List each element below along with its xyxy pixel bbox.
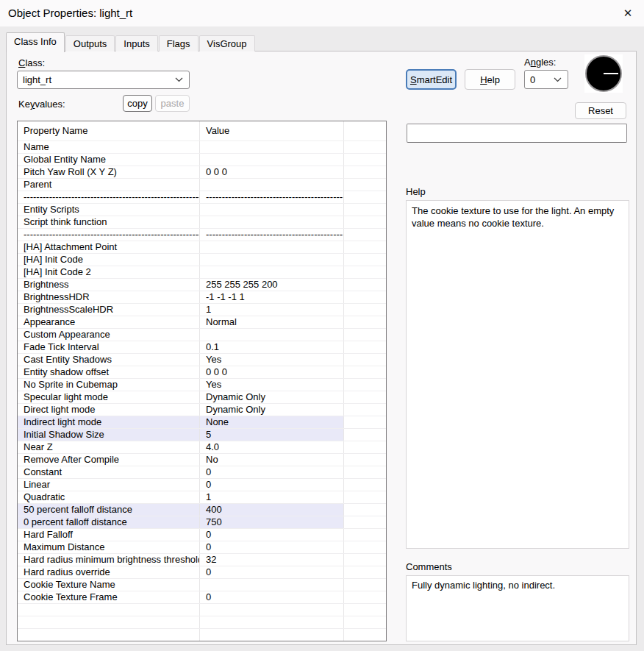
tab-outputs[interactable]: Outputs bbox=[65, 35, 115, 51]
table-row[interactable] bbox=[18, 629, 386, 641]
property-value-cell bbox=[200, 216, 344, 228]
table-row[interactable]: Quadratic1 bbox=[18, 491, 386, 504]
table-row[interactable]: Global Entity Name bbox=[18, 154, 386, 166]
table-row[interactable]: [HA] Init Code 2 bbox=[18, 266, 386, 279]
help-panel-text: The cookie texture to use for the light.… bbox=[406, 200, 629, 549]
smartedit-button[interactable]: SmartEdit bbox=[406, 69, 457, 90]
table-row[interactable]: Script think function bbox=[18, 216, 386, 229]
table-row[interactable]: Hard Falloff0 bbox=[18, 529, 386, 541]
table-row[interactable]: [HA] Init Code bbox=[18, 254, 386, 266]
property-value-cell: -1 -1 -1 1 bbox=[200, 291, 344, 303]
property-name-cell: Script think function bbox=[18, 216, 200, 228]
table-row[interactable]: 50 percent falloff distance400 bbox=[18, 504, 386, 516]
property-value-cell: 1 bbox=[200, 491, 344, 503]
property-value-cell: 32 bbox=[200, 554, 344, 566]
table-row[interactable]: Custom Appearance bbox=[18, 329, 386, 341]
help-button[interactable]: Help bbox=[465, 69, 515, 90]
table-row[interactable]: Direct light modeDynamic Only bbox=[18, 404, 386, 416]
spacer-cell bbox=[344, 404, 386, 416]
property-value-cell: 0 bbox=[200, 529, 344, 541]
table-row[interactable]: Cast Entity ShadowsYes bbox=[18, 354, 386, 366]
table-row[interactable]: Entity shadow offset0 0 0 bbox=[18, 366, 386, 379]
table-row[interactable]: Parent bbox=[18, 179, 386, 191]
table-row[interactable]: Linear0 bbox=[18, 479, 386, 491]
spacer-cell bbox=[344, 291, 386, 303]
copy-button[interactable]: copy bbox=[123, 95, 152, 112]
property-value-cell bbox=[200, 204, 344, 216]
angle-dial-needle bbox=[604, 73, 618, 74]
property-value-cell: 0 0 0 bbox=[200, 366, 344, 378]
table-row[interactable]: Entity Scripts bbox=[18, 204, 386, 216]
tab-inputs[interactable]: Inputs bbox=[115, 35, 157, 51]
class-label: Class: bbox=[18, 57, 45, 68]
property-name-cell: [HA] Init Code 2 bbox=[18, 266, 200, 278]
table-row[interactable]: Maximum Distance0 bbox=[18, 541, 386, 554]
class-info-page: Class: light_rt Keyvalues: copy paste Sm… bbox=[6, 51, 637, 645]
property-value-cell bbox=[200, 254, 344, 266]
table-row[interactable]: Specular light modeDynamic Only bbox=[18, 391, 386, 404]
close-icon[interactable]: ✕ bbox=[616, 2, 640, 24]
property-name-cell: Pitch Yaw Roll (X Y Z) bbox=[18, 166, 200, 178]
table-row[interactable]: BrightnessHDR-1 -1 -1 1 bbox=[18, 291, 386, 304]
property-name-cell: Specular light mode bbox=[18, 391, 200, 403]
property-name-cell: Indirect light mode bbox=[18, 416, 200, 428]
table-row[interactable]: BrightnessScaleHDR1 bbox=[18, 304, 386, 316]
property-name-cell: 0 percent falloff distance bbox=[18, 516, 200, 528]
spacer-cell bbox=[344, 141, 386, 153]
value-header: Value bbox=[200, 121, 344, 140]
property-name-cell: No Sprite in Cubemap bbox=[18, 379, 200, 391]
table-row[interactable]: Indirect light modeNone bbox=[18, 416, 386, 429]
table-row[interactable]: Pitch Yaw Roll (X Y Z)0 0 0 bbox=[18, 166, 386, 179]
tab-visgroup[interactable]: VisGroup bbox=[199, 35, 255, 51]
table-row[interactable]: Constant0 bbox=[18, 466, 386, 479]
table-row[interactable] bbox=[18, 604, 386, 616]
paste-button[interactable]: paste bbox=[155, 95, 190, 112]
property-name-cell: Brightness bbox=[18, 279, 200, 291]
table-row[interactable]: [HA] Attachment Point bbox=[18, 241, 386, 254]
property-value-cell bbox=[200, 579, 344, 591]
property-value-cell: 0 bbox=[200, 591, 344, 603]
table-row[interactable]: Hard radius minimum brightness threshold… bbox=[18, 554, 386, 566]
property-value-cell: Normal bbox=[200, 316, 344, 328]
table-row[interactable] bbox=[18, 616, 386, 629]
tab-class-info[interactable]: Class Info bbox=[6, 32, 65, 52]
tab-flags[interactable]: Flags bbox=[159, 35, 198, 51]
table-row[interactable]: Near Z4.0 bbox=[18, 441, 386, 454]
table-row[interactable]: Fade Tick Interval0.1 bbox=[18, 341, 386, 354]
spacer-cell bbox=[344, 454, 386, 466]
table-row[interactable]: Name bbox=[18, 141, 386, 154]
spacer-cell bbox=[344, 604, 386, 616]
property-value-cell: 750 bbox=[200, 516, 344, 528]
table-row[interactable]: Remove After CompileNo bbox=[18, 454, 386, 466]
value-edit-input[interactable] bbox=[407, 124, 627, 143]
table-row[interactable]: Cookie Texture Name bbox=[18, 579, 386, 591]
keyvalues-table-header: Property Name Value bbox=[18, 121, 386, 141]
table-row[interactable]: AppearanceNormal bbox=[18, 316, 386, 329]
property-name-cell: Linear bbox=[18, 479, 200, 491]
table-row[interactable]: No Sprite in CubemapYes bbox=[18, 379, 386, 391]
table-separator-row[interactable]: ----------------------------------------… bbox=[18, 191, 386, 204]
comments-textarea[interactable]: Fully dynamic lighting, no indirect. bbox=[406, 575, 629, 641]
spacer-cell bbox=[344, 191, 386, 203]
spacer-cell bbox=[344, 229, 386, 241]
property-name-cell: 50 percent falloff distance bbox=[18, 504, 200, 516]
property-name-cell: Initial Shadow Size bbox=[18, 429, 200, 441]
table-row[interactable]: Hard radius override0 bbox=[18, 566, 386, 579]
angles-select[interactable]: 0 bbox=[524, 70, 568, 89]
table-row[interactable]: Initial Shadow Size5 bbox=[18, 429, 386, 441]
property-value-cell bbox=[200, 266, 344, 278]
class-select[interactable]: light_rt bbox=[17, 71, 190, 89]
table-row[interactable]: Brightness255 255 255 200 bbox=[18, 279, 386, 291]
table-row[interactable]: 0 percent falloff distance750 bbox=[18, 516, 386, 529]
chevron-down-icon bbox=[175, 77, 183, 82]
property-name-cell: Direct light mode bbox=[18, 404, 200, 416]
keyvalues-table[interactable]: Property Name Value NameGlobal Entity Na… bbox=[17, 121, 387, 641]
table-row[interactable]: Cookie Texture Frame0 bbox=[18, 591, 386, 604]
angle-dial[interactable] bbox=[584, 54, 623, 93]
spacer-cell bbox=[344, 429, 386, 441]
reset-button[interactable]: Reset bbox=[575, 102, 626, 119]
table-separator-row[interactable]: ----------------------------------------… bbox=[18, 229, 386, 241]
property-name-cell: Entity Scripts bbox=[18, 204, 200, 216]
angles-select-value: 0 bbox=[530, 74, 535, 85]
property-value-cell: 5 bbox=[200, 429, 344, 441]
